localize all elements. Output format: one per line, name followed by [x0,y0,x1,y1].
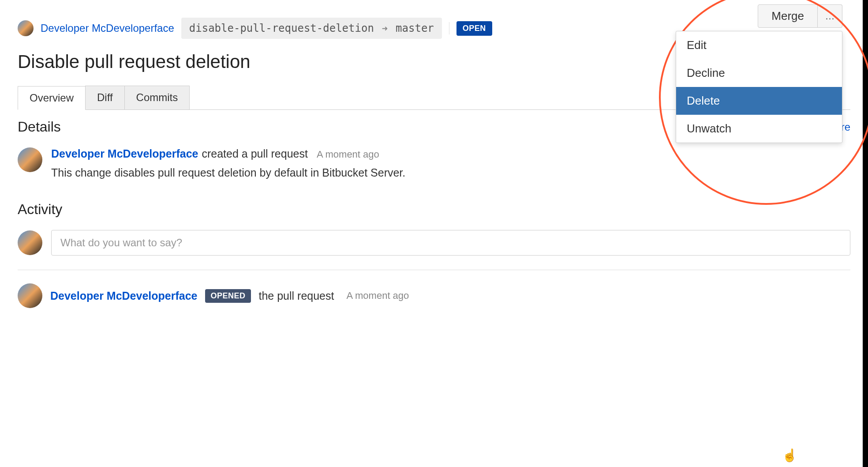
details-heading: Details [18,119,61,135]
right-edge [863,0,868,467]
dropdown-item-decline[interactable]: Decline [676,59,842,87]
author-avatar[interactable] [18,20,34,36]
status-badge: OPEN [456,21,492,36]
activity-entry: Developer McDeveloperface OPENED the pul… [18,283,850,308]
comment-row [18,230,850,256]
tab-commits[interactable]: Commits [124,86,190,109]
merge-button[interactable]: Merge [758,4,818,28]
top-actions: Merge … [758,4,842,28]
activity-time: A moment ago [346,290,409,301]
branch-info: disable-pull-request-deletion ➜ master [181,18,442,39]
comment-input[interactable] [51,230,850,256]
more-button[interactable]: … [818,4,842,28]
source-branch[interactable]: disable-pull-request-deletion [189,22,374,34]
cursor-icon: ☝ [782,448,797,463]
arrow-right-icon: ➜ [382,23,388,34]
divider [449,22,449,34]
dropdown-item-edit[interactable]: Edit [676,31,842,59]
detail-author[interactable]: Developer McDeveloperface [51,147,198,160]
dropdown-item-unwatch[interactable]: Unwatch [676,115,842,143]
detail-action: created a pull request [202,147,307,160]
author-link[interactable]: Developer McDeveloperface [41,22,174,34]
activity-author[interactable]: Developer McDeveloperface [50,290,197,302]
detail-avatar[interactable] [18,147,42,172]
activity-heading: Activity [18,201,850,218]
comment-avatar[interactable] [18,230,42,255]
activity-avatar[interactable] [18,283,42,308]
detail-description: This change disables pull request deleti… [51,166,850,179]
dropdown-item-delete[interactable]: Delete [676,87,842,115]
activity-badge: OPENED [205,289,251,303]
target-branch[interactable]: master [396,22,434,34]
activity-text: the pull request [259,290,334,302]
tab-overview[interactable]: Overview [18,86,86,110]
ellipsis-icon: … [825,11,835,22]
divider-line [18,270,850,270]
detail-time: A moment ago [317,149,379,160]
detail-item: Developer McDeveloperface created a pull… [18,147,850,179]
actions-dropdown: Edit Decline Delete Unwatch [676,31,842,143]
tab-diff[interactable]: Diff [85,86,125,109]
